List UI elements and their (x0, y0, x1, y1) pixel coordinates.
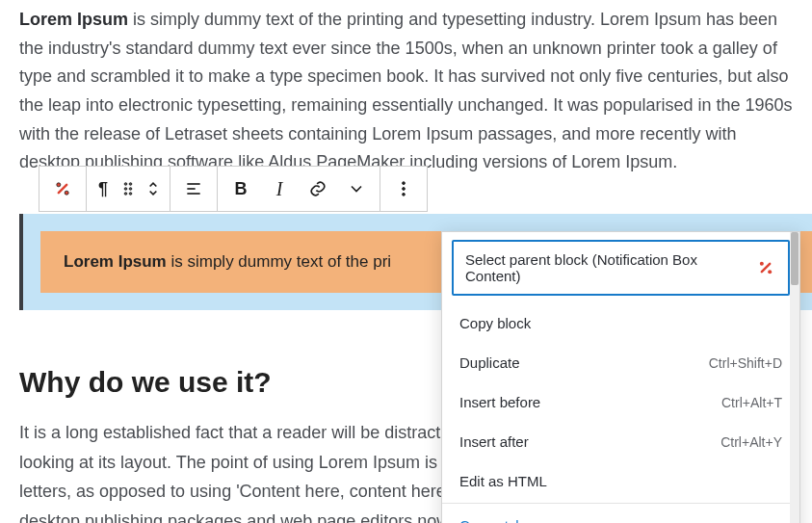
svg-point-0 (57, 183, 61, 187)
svg-point-13 (403, 193, 406, 196)
notif-bold: Lorem Ipsum (64, 252, 167, 271)
edit-as-html-item[interactable]: Edit as HTML (442, 461, 799, 501)
insert-before-label: Insert before (459, 394, 540, 410)
svg-point-5 (129, 188, 132, 191)
move-arrows-icon[interactable] (141, 167, 166, 211)
heading-why[interactable]: Why do we use it? (19, 366, 272, 399)
more-options-icon[interactable] (384, 167, 423, 211)
svg-point-6 (124, 193, 127, 196)
select-parent-label: Select parent block (Notification Box Co… (465, 251, 755, 284)
toolbar-group-transform: ¶ (87, 167, 170, 211)
dropdown-scrollbar[interactable] (790, 232, 799, 523)
svg-point-11 (403, 182, 406, 185)
svg-point-1 (65, 191, 68, 195)
notification-block-icon (755, 257, 776, 278)
copy-styles-label: Copy styles (459, 517, 535, 523)
svg-point-12 (403, 188, 406, 191)
paragraph-lorem-rest: is simply dummy text of the printing and… (19, 10, 793, 171)
italic-button[interactable]: I (260, 167, 299, 211)
copy-block-item[interactable]: Copy block (442, 303, 799, 343)
edit-as-html-label: Edit as HTML (459, 473, 547, 489)
select-parent-block-item[interactable]: Select parent block (Notification Box Co… (452, 240, 790, 296)
link-icon[interactable] (299, 167, 337, 211)
notif-rest: is simply dummy text of the pri (167, 252, 391, 271)
editor-content: Lorem Ipsum is simply dummy text of the … (0, 6, 812, 177)
insert-after-shortcut: Ctrl+Alt+Y (720, 434, 782, 450)
svg-point-7 (129, 193, 132, 196)
toolbar-group-more (380, 167, 427, 211)
block-options-dropdown: Select parent block (Notification Box Co… (441, 231, 800, 523)
svg-point-3 (129, 183, 132, 186)
paragraph-icon[interactable]: ¶ (91, 167, 116, 211)
more-format-icon[interactable] (337, 167, 376, 211)
insert-before-shortcut: Ctrl+Alt+T (721, 395, 782, 410)
toolbar-group-block (39, 167, 87, 211)
block-type-icon[interactable] (43, 167, 82, 211)
align-icon[interactable] (174, 167, 213, 211)
duplicate-item[interactable]: Duplicate Ctrl+Shift+D (442, 343, 799, 382)
insert-after-label: Insert after (459, 433, 529, 450)
insert-after-item[interactable]: Insert after Ctrl+Alt+Y (442, 422, 799, 461)
toolbar-group-align (170, 167, 218, 211)
svg-point-2 (124, 183, 127, 186)
scrollbar-thumb[interactable] (791, 232, 799, 285)
paragraph-lorem-bold: Lorem Ipsum (19, 10, 128, 29)
paragraph-lorem[interactable]: Lorem Ipsum is simply dummy text of the … (19, 6, 793, 177)
copy-block-label: Copy block (459, 315, 531, 331)
svg-point-4 (124, 188, 127, 191)
bold-button[interactable]: B (222, 167, 260, 211)
svg-point-14 (760, 262, 764, 266)
copy-styles-item[interactable]: Copy styles (442, 506, 799, 523)
dropdown-separator (442, 503, 799, 504)
duplicate-label: Duplicate (459, 354, 520, 371)
insert-before-item[interactable]: Insert before Ctrl+Alt+T (442, 382, 799, 422)
svg-point-15 (768, 270, 772, 274)
duplicate-shortcut: Ctrl+Shift+D (709, 355, 782, 371)
toolbar-group-format: B I (218, 167, 380, 211)
drag-handle-icon[interactable] (116, 167, 141, 211)
block-toolbar: ¶ B I (39, 166, 428, 212)
